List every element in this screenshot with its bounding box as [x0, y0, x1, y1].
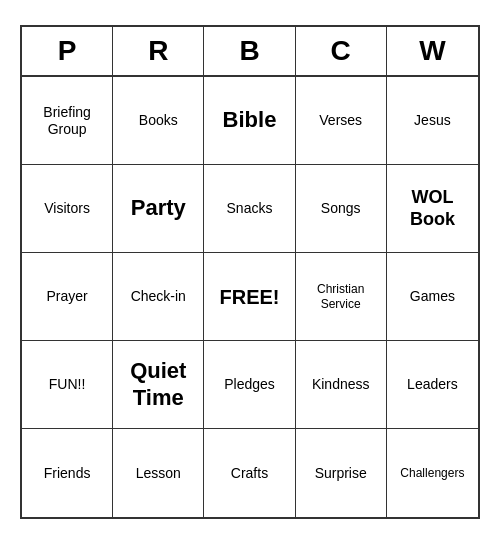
bingo-cell-r0-c1: Books [113, 77, 204, 165]
header-cell-r: R [113, 27, 204, 75]
bingo-cell-r0-c2: Bible [204, 77, 295, 165]
bingo-card: PRBCW Briefing GroupBooksBibleVersesJesu… [20, 25, 480, 519]
bingo-cell-r2-c0: Prayer [22, 253, 113, 341]
bingo-cell-r0-c3: Verses [296, 77, 387, 165]
bingo-cell-r1-c2: Snacks [204, 165, 295, 253]
bingo-cell-r1-c0: Visitors [22, 165, 113, 253]
bingo-cell-r3-c1: Quiet Time [113, 341, 204, 429]
bingo-grid: Briefing GroupBooksBibleVersesJesusVisit… [22, 77, 478, 517]
bingo-cell-r3-c2: Pledges [204, 341, 295, 429]
bingo-cell-r4-c1: Lesson [113, 429, 204, 517]
bingo-cell-r4-c2: Crafts [204, 429, 295, 517]
bingo-cell-r2-c4: Games [387, 253, 478, 341]
bingo-cell-r3-c4: Leaders [387, 341, 478, 429]
bingo-cell-r0-c0: Briefing Group [22, 77, 113, 165]
header-cell-w: W [387, 27, 478, 75]
bingo-cell-r2-c3: Christian Service [296, 253, 387, 341]
bingo-cell-r3-c0: FUN!! [22, 341, 113, 429]
bingo-cell-r1-c1: Party [113, 165, 204, 253]
bingo-cell-r1-c3: Songs [296, 165, 387, 253]
bingo-cell-r2-c2: FREE! [204, 253, 295, 341]
header-cell-b: B [204, 27, 295, 75]
header-cell-c: C [296, 27, 387, 75]
bingo-cell-r4-c0: Friends [22, 429, 113, 517]
bingo-cell-r4-c3: Surprise [296, 429, 387, 517]
bingo-cell-r3-c3: Kindness [296, 341, 387, 429]
header-cell-p: P [22, 27, 113, 75]
bingo-cell-r4-c4: Challengers [387, 429, 478, 517]
bingo-cell-r2-c1: Check-in [113, 253, 204, 341]
bingo-cell-r1-c4: WOL Book [387, 165, 478, 253]
bingo-header: PRBCW [22, 27, 478, 77]
bingo-cell-r0-c4: Jesus [387, 77, 478, 165]
